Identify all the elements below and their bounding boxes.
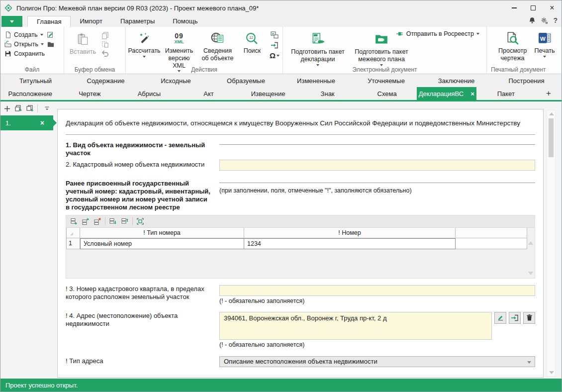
expand-table-icon[interactable] (136, 217, 145, 226)
ribbon-group-print: Просмотр чертежа W Печать Печатный докум… (487, 27, 562, 74)
paste-special-icon[interactable] (101, 41, 109, 48)
row-numbervalue-cell[interactable]: 1234 (244, 238, 456, 249)
svg-text::12: :12 (249, 36, 254, 39)
new-from-template-icon[interactable] (47, 31, 54, 38)
address-delete-button[interactable] (523, 312, 535, 324)
copy-icon[interactable] (101, 32, 109, 39)
tab-glavnaya[interactable]: Главная (27, 16, 71, 27)
insert-row-icon[interactable] (81, 217, 90, 226)
minimize-button[interactable] (505, 0, 524, 15)
notifications-bell-icon[interactable] (529, 17, 536, 24)
table-scroll-up-icon[interactable] (528, 241, 533, 245)
record-item-1[interactable]: 1. × (0, 115, 53, 130)
print-button[interactable]: W Печать (529, 29, 560, 58)
calculate-button[interactable]: Рассчитать (129, 29, 160, 58)
prev-number-underline-field[interactable] (219, 180, 535, 183)
tab-zaklyuchenie[interactable]: Заключение (421, 74, 491, 87)
divider (66, 134, 535, 135)
address-type-select[interactable]: Описание местоположения объекта недвижим… (219, 356, 535, 367)
open-folder-icon (4, 41, 11, 48)
tab-pomoshch[interactable]: Помощь (164, 16, 206, 27)
tab-titulny[interactable]: Титульный (0, 74, 71, 87)
cadastral-number-input[interactable] (219, 160, 535, 171)
maximize-button[interactable] (524, 0, 543, 15)
send-to-rosreestr-button[interactable]: Отправить в Росреестр (396, 30, 479, 38)
drawing-preview-button[interactable]: Просмотр чертежа (496, 29, 529, 62)
table-scroll-down-icon[interactable] (528, 272, 533, 275)
table-corner-cell[interactable] (66, 228, 80, 238)
tab-soderzhanie[interactable]: Содержание (71, 74, 141, 87)
separator (37, 104, 38, 112)
settings-gear-icon[interactable] (541, 17, 548, 24)
paste-button[interactable]: Вставить (67, 30, 98, 56)
save-button[interactable]: Сохранить (3, 50, 55, 58)
import-into-icon[interactable] (271, 41, 279, 49)
search-button[interactable]: :12 Поиск (237, 29, 268, 55)
table-toolbar (66, 215, 535, 228)
tab-deklaraciyavs-label: ДекларацияВС (419, 90, 464, 98)
new-document-icon (4, 31, 11, 38)
tab-parametry[interactable]: Параметры (111, 16, 164, 27)
new-button[interactable]: Создать (3, 31, 55, 39)
ribbon-group-file: Создать Открыть Сохранить Файл (0, 27, 64, 74)
sync-windows-icon[interactable] (271, 31, 279, 39)
tab-paket[interactable]: Пакет (476, 87, 536, 100)
records-menu-icon[interactable] (44, 105, 50, 112)
add-row-icon[interactable] (69, 217, 78, 226)
tab-chertezh[interactable]: Чертеж (60, 87, 120, 100)
tab-obrazuemye[interactable]: Образуемые (211, 74, 281, 87)
tab-izmenennye[interactable]: Измененные (281, 74, 351, 87)
column-header-type[interactable]: ! Тип номера (80, 228, 244, 238)
tab-postroeniya[interactable]: Построения (491, 74, 562, 87)
open-button[interactable]: Открыть (3, 40, 55, 48)
symbols-omega-button[interactable]: Ω (270, 51, 280, 60)
tab-deklaraciyavs[interactable]: ДекларацияВС × (417, 87, 476, 100)
add-record-icon[interactable] (3, 105, 11, 112)
scroll-up-icon[interactable] (549, 112, 554, 115)
field1-underline-field[interactable] (219, 141, 535, 145)
prev-number-hint: (при заполнении, поля, отмеченные "!", з… (219, 187, 535, 194)
vertical-scrollbar[interactable] (547, 110, 556, 377)
address-textarea[interactable]: 394061, Воронежская обл., Воронеж г, Тру… (219, 312, 492, 340)
move-row-up-icon[interactable] (120, 217, 129, 226)
move-row-down-icon[interactable] (108, 217, 117, 226)
address-import-button[interactable] (509, 312, 521, 324)
browse-folder-icon[interactable] (47, 41, 54, 48)
undo-icon[interactable] (101, 50, 109, 57)
field3-label: ! 3. Номер кадастрового квартала, в пред… (66, 285, 212, 301)
tab-iskhodnye[interactable]: Исходные (141, 74, 211, 87)
tab-close-icon[interactable]: × (470, 90, 474, 98)
xml-version-icon: 09 XML (175, 31, 184, 46)
table-row[interactable]: 1 Условный номер 1234 (66, 238, 527, 249)
object-info-button[interactable]: Сведения об объекте (198, 29, 237, 62)
add-tab-button[interactable]: + (536, 87, 562, 100)
record-close-icon[interactable]: × (40, 119, 44, 127)
tab-skhema[interactable]: Схема (357, 87, 417, 100)
scrollbar-thumb[interactable] (549, 118, 554, 157)
row-empty-cell[interactable] (456, 238, 527, 249)
chevron-down-icon (543, 56, 546, 58)
tab-akt[interactable]: Акт (179, 87, 239, 100)
row-type-cell[interactable]: Условный номер (80, 238, 244, 249)
tab-import[interactable]: Импорт (71, 16, 111, 27)
tab-utochnyaemye[interactable]: Уточняемые (351, 74, 421, 87)
close-button[interactable]: × (543, 0, 562, 15)
duplicate-all-records-icon[interactable] (26, 104, 34, 112)
quarter-number-input[interactable] (219, 285, 535, 296)
window-title: Полигон Про: Межевой план версии 09 R03 … (16, 4, 259, 12)
tab-abrisy[interactable]: Абрисы (119, 87, 179, 100)
delete-row-icon[interactable] (93, 217, 102, 226)
folder-usb-icon (375, 32, 388, 47)
app-menu-button[interactable] (1, 16, 22, 27)
chevron-down-icon (10, 20, 14, 23)
tab-izveshchenie[interactable]: Извещение (238, 87, 298, 100)
new-label: Создать (14, 31, 38, 38)
scroll-down-icon[interactable] (549, 371, 554, 374)
duplicate-record-icon[interactable] (14, 104, 22, 112)
tab-raspolozhenie[interactable]: Расположение (0, 87, 60, 100)
column-header-number[interactable]: ! Номер (244, 228, 456, 238)
tab-znak[interactable]: Знак (298, 87, 358, 100)
address-edit-button[interactable] (494, 312, 506, 324)
prepare-declaration-package-button[interactable]: Подготовить пакет декларации (286, 30, 350, 66)
help-icon[interactable]: ? (553, 16, 558, 24)
